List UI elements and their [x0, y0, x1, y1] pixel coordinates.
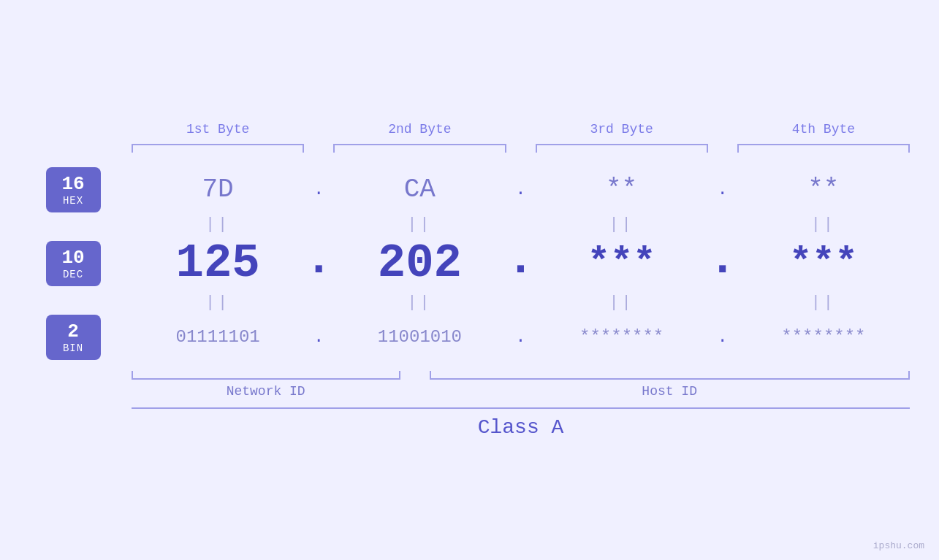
eq2-b2: || — [333, 294, 506, 312]
class-row: Class A — [29, 407, 910, 439]
dec-name: DEC — [55, 269, 92, 280]
bracket-byte3 — [536, 144, 708, 153]
hex-row: 16 HEX 7D . CA . ** . ** — [29, 167, 910, 212]
dec-dot3: . — [708, 237, 737, 291]
eq1-b3: || — [536, 215, 708, 234]
host-id-label: Host ID — [429, 384, 910, 399]
eq1-b2: || — [333, 215, 506, 234]
hex-badge: 16 HEX — [46, 167, 101, 212]
dec-dot2: . — [506, 237, 536, 291]
bin-byte3: ******** — [536, 327, 708, 347]
hex-byte4: ** — [737, 174, 910, 204]
bin-byte4: ******** — [737, 327, 910, 347]
dec-row: 10 DEC 125 . 202 . *** . *** — [29, 237, 910, 291]
hex-dot2: . — [506, 180, 536, 199]
bottom-bracket-row — [29, 371, 910, 380]
dec-values: 125 . 202 . *** . *** — [132, 237, 910, 291]
header-row: 1st Byte 2nd Byte 3rd Byte 4th Byte — [29, 122, 910, 137]
hex-byte1: 7D — [132, 174, 304, 204]
network-id-label: Network ID — [132, 384, 400, 399]
bin-dot3: . — [708, 327, 737, 347]
dec-byte2: 202 — [333, 237, 506, 290]
bin-dot2: . — [506, 327, 536, 347]
eq2-b1: || — [132, 294, 304, 312]
byte-2-header: 2nd Byte — [333, 122, 506, 137]
eq2-b3: || — [536, 294, 708, 312]
hex-byte3: ** — [536, 174, 708, 204]
bin-values: 01111101 . 11001010 . ******** . *******… — [132, 327, 910, 347]
network-bracket — [132, 371, 400, 380]
bin-row: 2 BIN 01111101 . 11001010 . ******** . *… — [29, 315, 910, 360]
dec-byte4: *** — [737, 242, 910, 285]
watermark: ipshu.com — [873, 540, 924, 551]
hex-label-container: 16 HEX — [29, 167, 117, 212]
dec-label-container: 10 DEC — [29, 241, 117, 286]
eq1-b1: || — [132, 215, 304, 234]
hex-name: HEX — [55, 195, 92, 207]
byte-4-header: 4th Byte — [737, 122, 910, 137]
bin-byte1: 01111101 — [132, 327, 304, 347]
bin-name: BIN — [55, 342, 92, 354]
bin-badge: 2 BIN — [46, 315, 101, 360]
bin-label-container: 2 BIN — [29, 315, 117, 360]
eq1-b4: || — [737, 215, 910, 234]
byte-3-header: 3rd Byte — [536, 122, 708, 137]
bin-number: 2 — [55, 321, 92, 342]
bin-byte2: 11001010 — [333, 327, 506, 347]
bin-dot1: . — [304, 327, 333, 347]
main-container: 1st Byte 2nd Byte 3rd Byte 4th Byte 16 H… — [0, 0, 939, 560]
host-bracket — [430, 371, 910, 380]
hex-dot1: . — [304, 180, 333, 199]
byte-1-header: 1st Byte — [132, 122, 304, 137]
bracket-byte1 — [132, 144, 304, 153]
hex-dot3: . — [708, 180, 737, 199]
top-bracket-row — [29, 144, 910, 153]
equals-row-1: || || || || — [29, 215, 910, 234]
dec-byte3: *** — [536, 242, 708, 285]
bracket-byte4 — [737, 144, 910, 153]
class-label: Class A — [132, 416, 910, 439]
equals-row-2: || || || || — [29, 294, 910, 312]
dec-dot1: . — [304, 237, 333, 291]
dec-badge: 10 DEC — [46, 241, 101, 286]
bracket-byte2 — [333, 144, 506, 153]
eq2-b4: || — [737, 294, 910, 312]
hex-byte2: CA — [333, 174, 506, 204]
dec-byte1: 125 — [132, 237, 304, 290]
hex-values: 7D . CA . ** . ** — [132, 174, 910, 204]
bottom-label-row: Network ID Host ID — [29, 384, 910, 399]
class-divider — [132, 407, 910, 409]
dec-number: 10 — [55, 247, 92, 269]
hex-number: 16 — [55, 173, 92, 195]
